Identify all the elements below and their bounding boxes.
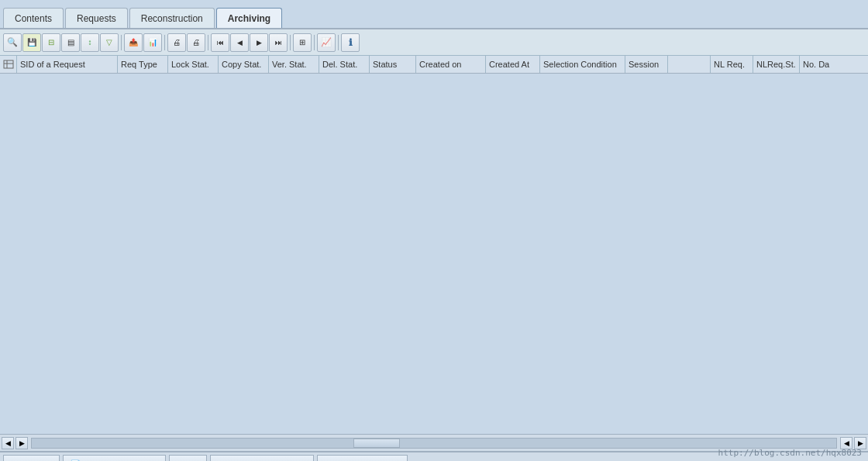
archiving-request-button[interactable]: 📄 Archiving Request . <box>63 455 166 461</box>
sep4 <box>290 35 291 50</box>
col-del-stat: Del. Stat. <box>319 56 370 73</box>
table-body <box>0 74 868 434</box>
near-line-connection-button[interactable]: Near-Line Connection... <box>210 455 314 461</box>
print-btn[interactable]: 🖨 <box>167 33 186 52</box>
info-btn[interactable]: ℹ <box>341 33 360 52</box>
col-no-da: No. Da <box>800 56 868 73</box>
col-status: Status <box>370 56 416 73</box>
col-nl-req: NL Req. <box>711 56 753 73</box>
funnel-btn[interactable]: ▽ <box>100 33 119 52</box>
scroll-right-btn[interactable]: ▶ <box>16 437 28 449</box>
col-created-on: Created on <box>416 56 486 73</box>
tab-requests[interactable]: Requests <box>65 8 128 28</box>
tab-contents[interactable]: Contents <box>3 8 64 28</box>
print2-btn[interactable]: 🖨 <box>187 33 205 52</box>
col-empty <box>668 56 711 73</box>
filter-btn[interactable]: ⊟ <box>42 33 60 52</box>
sep2 <box>164 35 165 50</box>
col-created-at: Created At <box>486 56 540 73</box>
scroll-left-btn[interactable]: ◀ <box>2 437 14 449</box>
table-btn[interactable]: ⊞ <box>293 33 312 52</box>
nav-first-btn[interactable]: ⏮ <box>211 33 229 52</box>
col-nlreq-st: NLReq.St. <box>753 56 800 73</box>
nav-next-btn[interactable]: ▶ <box>250 33 268 52</box>
col-ver-stat: Ver. Stat. <box>269 56 319 73</box>
search-btn[interactable]: 🔍 <box>3 33 22 52</box>
tab-reconstruction[interactable]: Reconstruction <box>129 8 215 28</box>
col-sel-cond: Selection Condition <box>540 56 625 73</box>
col-req-type: Req Type <box>118 56 168 73</box>
export-btn[interactable]: 📤 <box>124 33 143 52</box>
adk-archive-admin-button[interactable]: ADK Archive Admin. <box>317 455 407 461</box>
chart-btn[interactable]: 📈 <box>317 33 336 52</box>
watermark: http://blog.csdn.net/hqx8023 <box>718 448 862 458</box>
near-line-icons-button[interactable]: ▶ ⊕ ✦ <box>169 455 207 461</box>
scroll-track[interactable] <box>31 438 837 449</box>
sort-btn[interactable]: ↕ <box>81 33 99 52</box>
tab-bar: Contents Requests Reconstruction Archivi… <box>0 0 868 29</box>
col-session: Session <box>625 56 668 73</box>
col-sid: SID of a Request <box>17 56 118 73</box>
nav-last-btn[interactable]: ⏭ <box>269 33 288 52</box>
export2-btn[interactable]: 📊 <box>143 33 162 52</box>
row-indicator-header <box>0 56 17 73</box>
col-copy-stat: Copy Stat. <box>219 56 269 73</box>
sep5 <box>314 35 315 50</box>
toolbar: 🔍 💾 ⊟ ▤ ↕ ▽ 📤 📊 🖨 🖨 ⏮ ◀ ▶ ⏭ ⊞ 📈 ℹ <box>0 29 868 56</box>
svg-rect-0 <box>4 60 13 68</box>
sep6 <box>338 35 339 50</box>
select-btn[interactable]: ▤ <box>61 33 80 52</box>
column-headers: SID of a Request Req Type Lock Stat. Cop… <box>0 56 868 73</box>
sep3 <box>208 35 208 50</box>
col-lock-stat: Lock Stat. <box>168 56 219 73</box>
sep1 <box>121 35 122 50</box>
save-btn[interactable]: 💾 <box>22 33 41 52</box>
refresh-button[interactable]: ↻ Refresh <box>3 455 60 461</box>
scroll-thumb <box>353 439 400 448</box>
tab-archiving[interactable]: Archiving <box>216 8 282 28</box>
table-header: SID of a Request Req Type Lock Stat. Cop… <box>0 56 868 74</box>
nav-prev-btn[interactable]: ◀ <box>230 33 249 52</box>
